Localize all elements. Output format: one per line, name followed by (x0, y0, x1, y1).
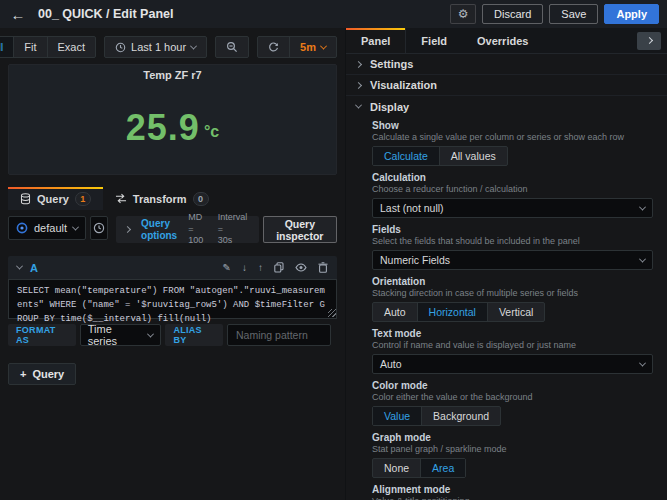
size-mode-fill[interactable]: Fill (0, 37, 14, 57)
option-color-mode: Color mode Color either the value or the… (372, 380, 653, 426)
panel-edit-left-column: Fill Fit Exact Last 1 hour (0, 28, 345, 500)
format-as-select[interactable]: Time series (80, 324, 162, 346)
graph-mode-radio-group: None Area (372, 458, 466, 478)
show-radio-group: Calculate All values (372, 146, 508, 166)
graph-mode-option-none[interactable]: None (373, 459, 421, 477)
chevron-down-icon (639, 255, 646, 262)
apply-button[interactable]: Apply (604, 4, 659, 24)
chevron-down-icon (639, 359, 646, 366)
chevron-right-icon (355, 60, 362, 67)
size-mode-exact[interactable]: Exact (48, 37, 96, 57)
min-interval: Interval = 30s (218, 212, 250, 247)
options-pane: Panel Field Overrides Settings Visualiza… (345, 28, 667, 500)
format-row: FORMAT AS Time series ALIAS BY (8, 324, 337, 346)
clock-icon (115, 42, 126, 53)
show-option-all-values[interactable]: All values (440, 147, 507, 165)
query-inspector-button[interactable]: Query inspector (263, 216, 337, 243)
move-down-icon[interactable]: ↓ (242, 262, 247, 273)
panel-settings-button[interactable]: ⚙ (450, 4, 476, 24)
option-graph-mode: Graph mode Stat panel graph / sparkline … (372, 432, 653, 478)
chevron-down-icon (639, 203, 646, 210)
section-settings[interactable]: Settings (346, 54, 667, 75)
graph-mode-option-area[interactable]: Area (421, 459, 465, 477)
preview-toolbar: Fill Fit Exact Last 1 hour (8, 36, 337, 58)
query-options-toggle[interactable]: Query options (141, 218, 177, 242)
stat-value: 25.9 (126, 107, 200, 149)
edit-pencil-icon[interactable]: ✎ (223, 262, 231, 273)
tab-overrides[interactable]: Overrides (462, 28, 543, 53)
format-as-label: FORMAT AS (8, 324, 76, 346)
tab-query[interactable]: Query 1 (8, 187, 103, 210)
duplicate-query-icon[interactable] (274, 262, 284, 273)
gear-icon: ⚙ (458, 7, 469, 21)
page-title: 00_ QUICK / Edit Panel (38, 7, 173, 21)
top-navbar: ← 00_ QUICK / Edit Panel ⚙ Discard Save … (0, 0, 667, 28)
collapse-pane-button[interactable] (637, 32, 661, 50)
option-calculation: Calculation Choose a reducer function / … (372, 172, 653, 218)
query-count-badge: 1 (75, 192, 91, 206)
option-show: Show Calculate a single value per column… (372, 120, 653, 166)
text-mode-select[interactable]: Auto (372, 354, 653, 374)
add-query-button[interactable]: + Query (8, 363, 76, 385)
zoom-out-icon (226, 41, 238, 53)
option-alignment-mode: Alignment mode Value & title posititioni… (372, 484, 653, 500)
query-transform-tabs: Query 1 Transform 0 (8, 187, 337, 210)
zoom-out-button[interactable] (215, 36, 249, 58)
save-button[interactable]: Save (549, 4, 598, 24)
query-row-actions: ✎ ↓ ↑ (223, 262, 328, 273)
calculation-select[interactable]: Last (not null) (372, 198, 653, 218)
datasource-select[interactable]: default (8, 216, 86, 240)
chevron-down-icon (355, 102, 362, 109)
time-range-label: Last 1 hour (131, 41, 186, 53)
tab-transform[interactable]: Transform 0 (103, 187, 221, 210)
options-scroll-area[interactable]: Settings Visualization Display Show Calc… (346, 54, 667, 500)
max-data-points: MD = 100 (188, 212, 207, 247)
chevron-down-icon (72, 223, 79, 230)
show-option-calculate[interactable]: Calculate (373, 147, 440, 165)
query-history-button[interactable] (90, 216, 108, 240)
history-clock-icon (93, 222, 105, 234)
option-fields: Fields Select the fields that should be … (372, 224, 653, 270)
refresh-interval-label: 5m (300, 41, 316, 53)
orientation-option-vertical[interactable]: Vertical (488, 303, 544, 321)
discard-button[interactable]: Discard (482, 4, 543, 24)
database-icon (20, 193, 31, 205)
panel-title[interactable]: Temp ZF r7 (143, 69, 201, 81)
disable-query-eye-icon[interactable] (295, 263, 307, 272)
back-arrow-icon[interactable]: ← (8, 4, 28, 24)
display-options-body: Show Calculate a single value per column… (346, 117, 667, 500)
datasource-row: default Query options MD = 100 Interval … (8, 216, 337, 243)
color-mode-option-background[interactable]: Background (422, 407, 500, 425)
refresh-group: 5m (257, 36, 337, 58)
query-options-block: Query options MD = 100 Interval = 30s (116, 216, 259, 243)
color-mode-radio-group: Value Background (372, 406, 501, 426)
influx-query-textarea[interactable]: SELECT mean("temperature") FROM "autogen… (8, 279, 337, 319)
stat-value-wrap: 25.9 °c (126, 81, 219, 174)
color-mode-option-value[interactable]: Value (373, 407, 422, 425)
chevron-right-icon (355, 81, 362, 88)
query-row-header[interactable]: A ✎ ↓ ↑ (8, 256, 337, 279)
refresh-interval-picker[interactable]: 5m (290, 37, 336, 57)
time-picker[interactable]: Last 1 hour (104, 36, 207, 58)
alias-by-input[interactable] (227, 324, 331, 346)
tab-panel[interactable]: Panel (346, 28, 406, 53)
refresh-icon (268, 42, 279, 53)
move-up-icon[interactable]: ↑ (258, 262, 263, 273)
topbar-actions: ⚙ Discard Save Apply (450, 4, 659, 24)
alias-by-label: ALIAS BY (165, 324, 223, 346)
delete-query-trash-icon[interactable] (318, 262, 328, 273)
fields-select[interactable]: Numeric Fields (372, 250, 653, 270)
section-visualization[interactable]: Visualization (346, 75, 667, 96)
orientation-option-horizontal[interactable]: Horizontal (418, 303, 488, 321)
option-text-mode: Text mode Control if name and value is d… (372, 328, 653, 374)
orientation-option-auto[interactable]: Auto (373, 303, 418, 321)
refresh-button[interactable] (258, 37, 290, 57)
textarea-resize-handle[interactable] (328, 309, 336, 317)
tab-transform-label: Transform (133, 193, 187, 205)
section-display[interactable]: Display (346, 96, 667, 117)
panel-preview: Temp ZF r7 25.9 °c (8, 64, 337, 175)
transform-count-badge: 0 (193, 192, 209, 206)
size-mode-fit[interactable]: Fit (14, 37, 47, 57)
tab-field[interactable]: Field (406, 28, 462, 53)
collapse-chevron-icon[interactable] (16, 263, 23, 270)
